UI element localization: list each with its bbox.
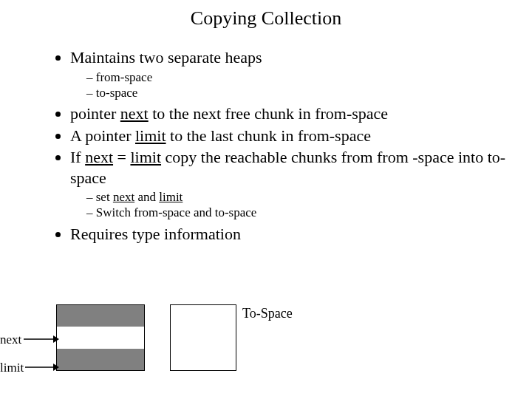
svg-marker-1 xyxy=(53,335,59,343)
bullet-4-sub-1: set next and limit xyxy=(86,189,532,205)
bullet-1-sublist: from-space to-space xyxy=(86,69,532,101)
bullet-4-mid: = xyxy=(113,148,130,166)
limit-pointer-label: limit xyxy=(0,361,24,375)
bullet-4-sub-1-pre: set xyxy=(96,190,113,204)
bullet-1-sub-2: to-space xyxy=(86,85,532,100)
bullet-4: If next = limit copy the reachable chunk… xyxy=(70,147,532,221)
bullet-4-sublist: set next and limit Switch from-space and… xyxy=(86,189,532,221)
diagram: To-Space next limit xyxy=(0,304,532,386)
bullet-4-pre: If xyxy=(70,148,85,166)
limit-arrow-icon xyxy=(25,362,59,372)
bullet-2-underline: next xyxy=(120,104,149,123)
bullet-4-sub-2: Switch from-space and to-space xyxy=(86,205,532,220)
bullet-3-post: to the last chunk in from-space xyxy=(166,126,371,145)
bullet-5: Requires type information xyxy=(70,224,532,245)
bullet-4-sub-1-mid: and xyxy=(134,190,159,204)
bullet-1-text: Maintains two separate heaps xyxy=(70,48,262,66)
bullet-3-pre: A pointer xyxy=(70,126,135,145)
bullet-2: pointer next to the next free chunk in f… xyxy=(70,103,532,124)
bullet-1: Maintains two separate heaps from-space … xyxy=(70,47,532,100)
bullet-3: A pointer limit to the last chunk in fro… xyxy=(70,126,532,146)
from-space-used-bottom xyxy=(57,349,144,370)
slide-title: Copying Collection xyxy=(0,7,532,30)
next-arrow-icon xyxy=(24,334,59,344)
to-space-label: To-Space xyxy=(242,306,293,321)
bullet-4-sub-1-u1: next xyxy=(113,190,134,204)
bullet-list: Maintains two separate heaps from-space … xyxy=(0,47,532,244)
next-pointer-label: next xyxy=(0,332,21,347)
bullet-4-sub-1-u2: limit xyxy=(159,190,183,204)
bullet-1-sub-1: from-space xyxy=(86,69,532,85)
from-space-used-top xyxy=(57,305,144,327)
bullet-4-u1: next xyxy=(85,148,113,166)
bullet-3-underline: limit xyxy=(135,126,166,145)
bullet-4-u2: limit xyxy=(130,148,161,166)
to-space-box xyxy=(170,304,236,371)
from-space-free xyxy=(57,327,144,348)
bullet-2-pre: pointer xyxy=(70,104,120,123)
from-space-box xyxy=(56,304,145,371)
bullet-2-post: to the next free chunk in from-space xyxy=(149,104,388,123)
svg-marker-3 xyxy=(53,364,59,371)
